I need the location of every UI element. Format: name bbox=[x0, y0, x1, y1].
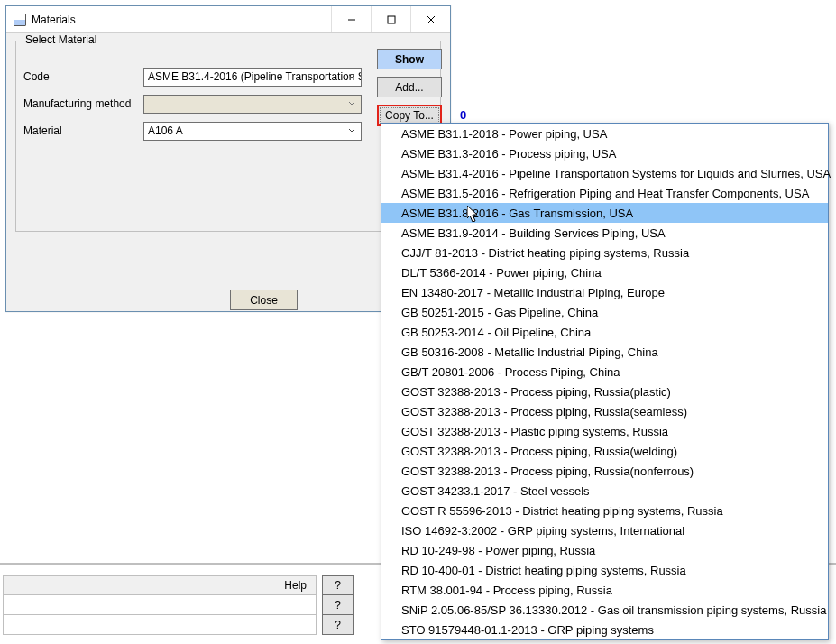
dropdown-item[interactable]: GOST 32388-2013 - Process piping, Russia… bbox=[381, 382, 828, 401]
dropdown-item[interactable]: RD 10-400-01 - District heating piping s… bbox=[381, 560, 828, 580]
material-row: Material A106 A bbox=[23, 121, 433, 141]
close-window-button[interactable] bbox=[410, 6, 450, 32]
dropdown-item[interactable]: GB 50253-2014 - Oil Pipeline, China bbox=[381, 322, 828, 342]
dropdown-item[interactable]: GB 50251-2015 - Gas Pipeline, China bbox=[381, 302, 828, 322]
question-icon: ? bbox=[335, 579, 341, 592]
dropdown-item[interactable]: ASME B31.3-2016 - Process piping, USA bbox=[381, 143, 828, 163]
dropdown-item[interactable]: GOST 32388-2013 - Plastic piping systems… bbox=[381, 421, 828, 441]
dropdown-item[interactable]: ASME B31.4-2016 - Pipeline Transportatio… bbox=[381, 163, 828, 183]
svg-rect-1 bbox=[388, 16, 395, 23]
manufacturing-method-select[interactable] bbox=[143, 95, 362, 114]
dropdown-item[interactable]: ISO 14692-3:2002 - GRP piping systems, I… bbox=[381, 520, 828, 540]
dropdown-item[interactable]: ASME B31.9-2014 - Building Services Pipi… bbox=[381, 223, 828, 243]
help-label: Help bbox=[284, 579, 307, 592]
manufacturing-method-label: Manufacturing method bbox=[23, 97, 143, 110]
manufacturing-method-row: Manufacturing method bbox=[23, 94, 433, 114]
add-button-label: Add... bbox=[395, 81, 423, 94]
maximize-icon bbox=[387, 15, 396, 24]
chevron-down-icon bbox=[345, 123, 359, 140]
dropdown-item[interactable]: EN 13480-2017 - Metallic Industrial Pipi… bbox=[381, 282, 828, 302]
add-button[interactable]: Add... bbox=[377, 77, 442, 97]
minimize-icon bbox=[347, 15, 356, 24]
dropdown-item[interactable]: GB/T 20801-2006 - Process Piping, China bbox=[381, 362, 828, 382]
dropdown-item[interactable]: ASME B31.1-2018 - Power piping, USA bbox=[381, 124, 828, 143]
titlebar: Materials bbox=[6, 6, 450, 33]
help-row-1 bbox=[3, 595, 317, 615]
dropdown-item[interactable]: GOST 32388-2013 - Process piping, Russia… bbox=[381, 461, 828, 481]
chevron-down-icon bbox=[345, 96, 359, 113]
material-select-value: A106 A bbox=[148, 124, 183, 137]
dropdown-item[interactable]: DL/T 5366-2014 - Power piping, China bbox=[381, 262, 828, 282]
copy-to-button-label: Copy To... bbox=[385, 109, 434, 122]
help-button-3[interactable]: ? bbox=[322, 615, 354, 635]
dropdown-item[interactable]: GOST 32388-2013 - Process piping, Russia… bbox=[381, 401, 828, 421]
dropdown-item[interactable]: RD 10-249-98 - Power piping, Russia bbox=[381, 540, 828, 560]
help-row-2 bbox=[3, 615, 317, 635]
help-header-cell: Help bbox=[3, 575, 317, 595]
code-label: Code bbox=[23, 70, 143, 83]
dropdown-item[interactable]: GOST 32388-2013 - Process piping, Russia… bbox=[381, 441, 828, 461]
status-help-panel: Help ? ? ? bbox=[3, 575, 363, 635]
close-icon bbox=[427, 15, 436, 24]
code-row: Code ASME B31.4-2016 (Pipeline Transport… bbox=[23, 67, 433, 87]
dropdown-item[interactable]: SNiP 2.05.06-85/SP 36.13330.2012 - Gas o… bbox=[381, 600, 828, 620]
close-button[interactable]: Close bbox=[230, 290, 298, 310]
help-button-2[interactable]: ? bbox=[322, 595, 354, 615]
dropdown-item[interactable]: RTM 38.001-94 - Process piping, Russia bbox=[381, 580, 828, 600]
show-button[interactable]: Show bbox=[377, 49, 442, 69]
dropdown-item[interactable]: GOST 34233.1-2017 - Steel vessels bbox=[381, 481, 828, 501]
maximize-button[interactable] bbox=[371, 6, 410, 32]
code-select[interactable]: ASME B31.4-2016 (Pipeline Transportation… bbox=[143, 68, 362, 87]
code-select-value: ASME B31.4-2016 (Pipeline Transportation… bbox=[148, 70, 362, 83]
dropdown-item[interactable]: ASME B31.8-2016 - Gas Transmission, USA bbox=[381, 203, 828, 223]
badge-zero: 0 bbox=[460, 108, 466, 122]
show-button-label: Show bbox=[395, 53, 424, 66]
material-select[interactable]: A106 A bbox=[143, 122, 362, 141]
side-buttons: Show Add... Copy To... bbox=[377, 49, 442, 133]
window-title: Materials bbox=[32, 14, 331, 26]
group-label: Select Material bbox=[22, 33, 100, 46]
chevron-down-icon bbox=[345, 69, 359, 86]
copy-to-destination-dropdown[interactable]: ASME B31.1-2018 - Power piping, USAASME … bbox=[381, 123, 829, 640]
question-icon: ? bbox=[335, 599, 341, 612]
dropdown-item[interactable]: ASME B31.5-2016 - Refrigeration Piping a… bbox=[381, 183, 828, 203]
minimize-button[interactable] bbox=[331, 6, 371, 32]
close-button-label: Close bbox=[250, 294, 278, 307]
dropdown-item[interactable]: GOST R 55596-2013 - District heating pip… bbox=[381, 501, 828, 520]
help-button-1[interactable]: ? bbox=[322, 575, 354, 595]
app-icon bbox=[14, 14, 26, 26]
dropdown-item[interactable]: STO 91579448-01.1-2013 - GRP piping syst… bbox=[381, 620, 828, 639]
question-icon: ? bbox=[335, 619, 341, 631]
material-label: Material bbox=[23, 124, 143, 137]
dropdown-item[interactable]: CJJ/T 81-2013 - District heating piping … bbox=[381, 243, 828, 262]
dropdown-item[interactable]: GB 50316-2008 - Metallic Industrial Pipi… bbox=[381, 342, 828, 362]
